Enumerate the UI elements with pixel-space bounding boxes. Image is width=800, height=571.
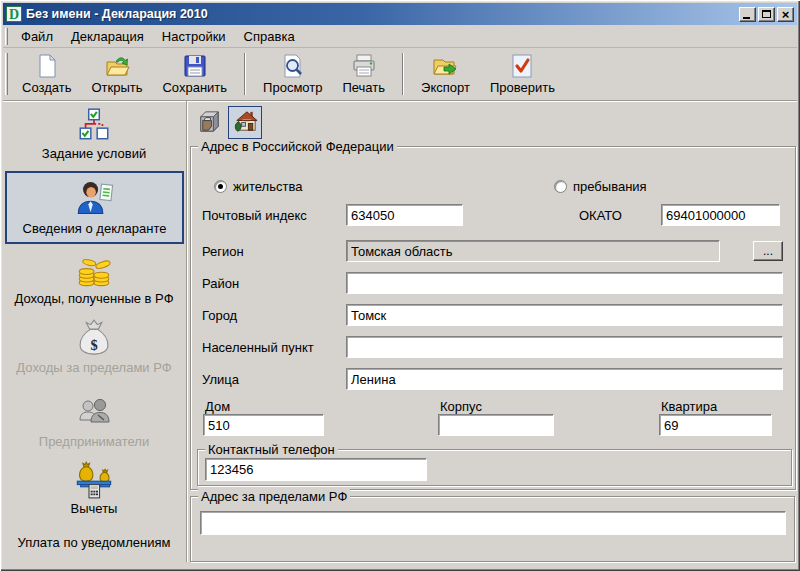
house-input[interactable] [203, 414, 324, 436]
printer-icon [351, 53, 377, 79]
close-button[interactable]: × [777, 7, 794, 22]
open-folder-icon [104, 53, 130, 79]
title-bar[interactable]: D Без имени - Декларация 2010 × [3, 3, 797, 25]
contact-phone-group: Контактный телефон [197, 449, 792, 486]
house-label: Дом [205, 399, 230, 414]
toolbar: Создать Открыть Сохранить Просмотр [3, 48, 797, 101]
stay-radio[interactable] [554, 180, 567, 193]
contact-phone-group-label: Контактный телефон [205, 442, 338, 457]
building-input[interactable] [438, 414, 554, 436]
print-label: Печать [342, 80, 385, 95]
address-abroad-input[interactable] [200, 511, 786, 535]
okato-input[interactable] [661, 204, 780, 226]
address-abroad-group-label: Адрес за пределами РФ [198, 489, 350, 504]
sidebar-item-deductions[interactable]: Вычеты [6, 459, 182, 516]
apartment-input[interactable] [659, 414, 772, 436]
menu-settings[interactable]: Настройки [153, 27, 235, 46]
export-folder-arrow-icon [432, 53, 458, 79]
preview-button[interactable]: Просмотр [253, 51, 332, 97]
toolbar-separator [402, 53, 404, 95]
city-input[interactable] [346, 304, 783, 326]
export-label: Экспорт [421, 80, 470, 95]
sidebar-label-conditions: Задание условий [6, 146, 182, 161]
sidebar-label-incomes-rf: Доходы, полученные в РФ [6, 291, 182, 306]
sidebar-item-payments-notices[interactable]: Уплата по уведомлениям [6, 533, 182, 550]
menu-file[interactable]: Файл [12, 27, 62, 46]
apartment-label: Квартира [661, 399, 717, 414]
entrepreneurs-icon [6, 396, 182, 432]
maximize-button[interactable] [758, 7, 775, 22]
settlement-input[interactable] [346, 336, 783, 358]
sidebar: Задание условий Сведения о декларанте До… [3, 101, 187, 562]
menu-bar: Файл Декларация Настройки Справка [3, 25, 797, 48]
city-label: Город [202, 308, 237, 323]
print-button[interactable]: Печать [332, 51, 395, 97]
street-input[interactable] [346, 368, 783, 390]
menu-declaration[interactable]: Декларация [62, 27, 153, 46]
window-title: Без имени - Декларация 2010 [26, 7, 737, 21]
menu-help[interactable]: Справка [235, 27, 304, 46]
declaration-d-logo-icon: D [6, 6, 22, 22]
sidebar-label-deductions: Вычеты [6, 501, 182, 516]
declarant-person-icon [7, 179, 182, 219]
save-button[interactable]: Сохранить [152, 51, 237, 97]
sidebar-label-entrepreneurs: Предприниматели [6, 434, 182, 449]
sidebar-item-declarant[interactable]: Сведения о декларанте [5, 171, 184, 244]
deductions-scale-icon [6, 459, 182, 499]
address-rf-group-label: Адрес в Российской Федерации [198, 139, 397, 154]
street-label: Улица [202, 372, 239, 387]
check-document-icon [509, 53, 535, 79]
conditions-tree-icon [6, 106, 182, 144]
tab-address[interactable] [228, 106, 262, 139]
settlement-label: Населенный пункт [202, 340, 314, 355]
postal-index-input[interactable] [346, 204, 463, 226]
toolbar-separator [244, 53, 246, 95]
save-floppy-icon [182, 53, 208, 79]
house-tab-icon [232, 108, 259, 138]
close-icon: × [778, 7, 793, 22]
open-button[interactable]: Открыть [81, 51, 152, 97]
menubar-grip[interactable] [5, 28, 8, 45]
sidebar-item-conditions[interactable]: Задание условий [6, 106, 182, 161]
building-label: Корпус [440, 399, 482, 414]
money-bag-icon: $ [6, 318, 182, 358]
address-rf-group: Адрес в Российской Федерации жительства … [190, 146, 796, 490]
sidebar-label-declarant: Сведения о декларанте [7, 221, 182, 236]
preview-label: Просмотр [263, 80, 322, 95]
district-input[interactable] [346, 272, 783, 294]
address-abroad-group: Адрес за пределами РФ [190, 496, 795, 562]
stay-radio-label: пребывания [573, 179, 647, 194]
save-label: Сохранить [162, 80, 227, 95]
verify-button[interactable]: Проверить [480, 51, 565, 97]
sidebar-label-payments-notices: Уплата по уведомлениям [6, 535, 182, 550]
new-document-icon [34, 53, 60, 79]
region-input[interactable] [346, 240, 720, 262]
sidebar-item-incomes-rf[interactable]: Доходы, полученные в РФ [6, 251, 182, 306]
region-label: Регион [202, 244, 244, 259]
preview-magnifier-icon [280, 53, 306, 79]
okato-label: ОКАТО [579, 208, 622, 223]
card-file-tab-icon [196, 108, 223, 138]
sidebar-item-entrepreneurs[interactable]: Предприниматели [6, 396, 182, 449]
minimize-button[interactable] [739, 7, 756, 22]
residence-radio[interactable] [214, 180, 227, 193]
svg-text:$: $ [90, 337, 97, 353]
sidebar-item-incomes-abroad[interactable]: $ Доходы за пределами РФ [6, 318, 182, 375]
coins-icon [6, 251, 182, 289]
main-content: Адрес в Российской Федерации жительства … [187, 101, 797, 568]
sidebar-label-incomes-abroad: Доходы за пределами РФ [6, 360, 182, 375]
verify-label: Проверить [490, 80, 555, 95]
maximize-icon [762, 10, 771, 18]
create-label: Создать [22, 80, 71, 95]
svg-text:D: D [9, 7, 19, 22]
app-window: D Без имени - Декларация 2010 × Файл Дек… [0, 0, 800, 571]
residence-radio-label: жительства [233, 179, 302, 194]
minimize-icon [743, 17, 750, 19]
create-button[interactable]: Создать [12, 51, 81, 97]
tab-personal-data[interactable] [192, 106, 226, 139]
export-button[interactable]: Экспорт [411, 51, 480, 97]
region-browse-button[interactable]: ... [753, 241, 783, 261]
toolbar-grip[interactable] [5, 53, 8, 95]
contact-phone-input[interactable] [205, 458, 427, 481]
postal-index-label: Почтовый индекс [202, 208, 307, 223]
